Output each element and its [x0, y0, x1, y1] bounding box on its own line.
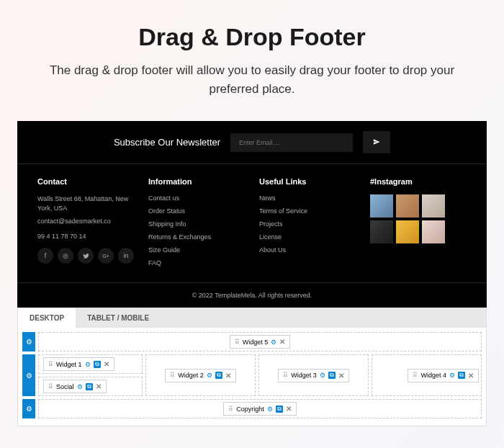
contact-address: Walls Street 68, Mahattan, New York, USA	[37, 194, 134, 212]
close-icon[interactable]: ✕	[279, 338, 285, 346]
footer-link[interactable]: News	[259, 194, 356, 202]
drag-icon: ⠿	[228, 406, 233, 413]
googleplus-icon[interactable]: G+	[98, 248, 114, 264]
gear-icon[interactable]: ⚙	[267, 406, 273, 413]
footer-link[interactable]: Returns & Exchanges	[148, 233, 245, 241]
widget-label: Widget 1	[56, 361, 82, 368]
gear-icon[interactable]: ⚙	[85, 361, 91, 368]
instagram-thumb[interactable]	[370, 194, 393, 218]
widget-block[interactable]: ⠿ Widget 2 ⚙ ⧉ ✕	[165, 369, 236, 382]
duplicate-icon[interactable]: ⧉	[94, 361, 101, 368]
builder-row: ⚙ ⠿ Copyright ⚙ ⧉ ✕	[22, 399, 482, 418]
drag-icon: ⠿	[413, 372, 418, 379]
instagram-icon[interactable]: ◎	[58, 248, 73, 264]
close-icon[interactable]: ✕	[468, 372, 474, 380]
information-heading: Information	[148, 177, 245, 186]
duplicate-icon[interactable]: ⧉	[328, 372, 336, 379]
footer-builder: DESKTOP TABLET / MOBILE ⚙ ⠿ Widget 5 ⚙ ✕…	[17, 308, 487, 426]
widget-block[interactable]: ⠿ Widget 1 ⚙ ⧉ ✕	[43, 357, 114, 371]
builder-row: ⚙ ⠿ Widget 5 ⚙ ✕	[22, 332, 482, 351]
close-icon[interactable]: ✕	[286, 405, 292, 413]
row-settings-handle[interactable]: ⚙	[22, 332, 35, 351]
footer-link[interactable]: Shipping Info	[148, 220, 245, 228]
drag-icon: ⠿	[48, 361, 53, 368]
facebook-icon[interactable]: f	[37, 248, 53, 264]
drop-cell[interactable]: ⠿ Widget 3 ⚙ ⧉ ✕	[258, 354, 369, 396]
widget-block[interactable]: ⠿ Copyright ⚙ ⧉ ✕	[223, 402, 297, 416]
widget-block[interactable]: ⠿ Widget 5 ⚙ ✕	[230, 335, 291, 349]
gear-icon: ⚙	[26, 405, 32, 413]
instagram-thumb[interactable]	[370, 220, 393, 243]
widget-block[interactable]: ⠿ Widget 4 ⚙ ⧉ ✕	[408, 369, 479, 382]
builder-row: ⚙ ⠿ Widget 1 ⚙ ⧉ ✕ ⠿	[22, 354, 482, 396]
footer-col-instagram: #Instagram	[370, 177, 467, 272]
instagram-thumb[interactable]	[422, 194, 445, 218]
duplicate-icon[interactable]: ⧉	[86, 383, 93, 390]
page-title: Drag & Drop Footer	[36, 23, 468, 51]
newsletter-label: Subscribe Our Newsletter	[114, 137, 220, 148]
widget-block[interactable]: ⠿ Social ⚙ ⧉ ✕	[43, 380, 107, 393]
footer-link[interactable]: License	[259, 233, 356, 241]
tab-tablet-mobile[interactable]: TABLET / MOBILE	[76, 308, 161, 328]
gear-icon: ⚙	[26, 338, 32, 346]
drop-cell[interactable]: ⠿ Widget 5 ⚙ ✕	[38, 332, 482, 351]
widget-label: Widget 2	[178, 372, 204, 379]
footer-link[interactable]: Contact us	[148, 194, 245, 202]
duplicate-icon[interactable]: ⧉	[276, 406, 283, 413]
close-icon[interactable]: ✕	[338, 372, 344, 380]
gear-icon[interactable]: ⚙	[77, 383, 83, 390]
tab-desktop[interactable]: DESKTOP	[18, 308, 76, 328]
newsletter-bar: Subscribe Our Newsletter	[17, 121, 487, 164]
contact-phone: 99 4 11 78 70 14	[37, 232, 134, 241]
footer-link[interactable]: Size Guide	[148, 246, 245, 254]
widget-label: Widget 4	[420, 372, 446, 379]
widget-block[interactable]: ⠿ Widget 3 ⚙ ⧉ ✕	[278, 369, 349, 382]
drop-cell[interactable]: ⠿ Copyright ⚙ ⧉ ✕	[38, 399, 482, 418]
footer-link[interactable]: FAQ	[148, 259, 245, 266]
footer-link[interactable]: Order Status	[148, 207, 245, 215]
drop-cell[interactable]: ⠿ Social ⚙ ⧉ ✕	[38, 377, 143, 396]
row-settings-handle[interactable]: ⚙	[22, 354, 35, 396]
footer-link[interactable]: Projects	[259, 220, 356, 228]
row-settings-handle[interactable]: ⚙	[22, 399, 35, 418]
duplicate-icon[interactable]: ⧉	[458, 372, 465, 379]
drag-icon: ⠿	[48, 383, 53, 390]
gear-icon[interactable]: ⚙	[449, 372, 455, 379]
drag-icon: ⠿	[283, 372, 288, 379]
newsletter-submit-button[interactable]	[363, 131, 390, 153]
device-tabs: DESKTOP TABLET / MOBILE	[18, 308, 486, 328]
instagram-heading: #Instagram	[370, 177, 467, 186]
drop-cell[interactable]: ⠿ Widget 4 ⚙ ⧉ ✕	[372, 354, 482, 396]
drop-cell[interactable]: ⠿ Widget 1 ⚙ ⧉ ✕	[38, 354, 143, 374]
footer-preview: Subscribe Our Newsletter Contact Walls S…	[17, 121, 487, 308]
send-icon	[373, 137, 380, 148]
widget-label: Widget 5	[243, 339, 269, 346]
gear-icon[interactable]: ⚙	[320, 372, 325, 379]
gear-icon: ⚙	[26, 372, 32, 380]
newsletter-input[interactable]	[230, 133, 353, 152]
useful-heading: Useful Links	[259, 177, 356, 186]
copyright-text: © 2022 TemplateMela. All rights reserved…	[17, 282, 487, 308]
close-icon[interactable]: ✕	[225, 372, 231, 380]
widget-label: Social	[56, 383, 74, 390]
linkedin-icon[interactable]: in	[118, 248, 134, 264]
drag-icon: ⠿	[170, 372, 175, 379]
footer-col-useful: Useful Links News Terms of Service Proje…	[259, 177, 356, 272]
footer-link[interactable]: About Us	[259, 246, 356, 254]
drag-icon: ⠿	[235, 339, 240, 346]
instagram-thumb[interactable]	[396, 194, 419, 218]
instagram-thumb[interactable]	[422, 220, 445, 243]
contact-heading: Contact	[37, 177, 134, 186]
drop-cell[interactable]: ⠿ Widget 2 ⚙ ⧉ ✕	[145, 354, 256, 396]
instagram-thumb[interactable]	[396, 220, 419, 243]
close-icon[interactable]: ✕	[104, 360, 109, 368]
widget-label: Copyright	[236, 406, 264, 413]
twitter-icon[interactable]	[78, 248, 94, 264]
gear-icon[interactable]: ⚙	[271, 339, 276, 346]
gear-icon[interactable]: ⚙	[207, 372, 212, 379]
footer-link[interactable]: Terms of Service	[259, 207, 356, 215]
footer-col-information: Information Contact us Order Status Ship…	[148, 177, 245, 272]
close-icon[interactable]: ✕	[96, 382, 102, 390]
page-subtitle: The drag & drop footer will allow you to…	[36, 61, 468, 98]
duplicate-icon[interactable]: ⧉	[215, 372, 222, 379]
